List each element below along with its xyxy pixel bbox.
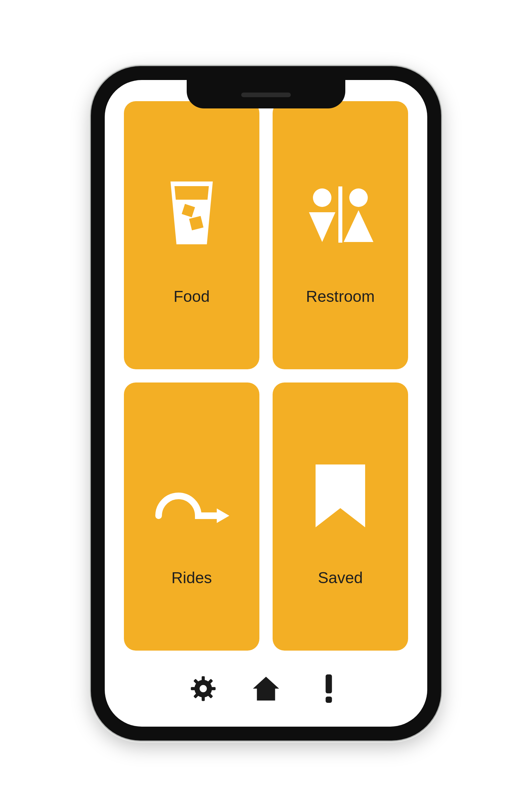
bookmark-icon — [316, 446, 365, 545]
gear-icon — [190, 676, 216, 702]
svg-marker-10 — [316, 465, 365, 527]
nav-home[interactable] — [251, 674, 281, 704]
tile-label: Rides — [171, 568, 212, 587]
svg-rect-14 — [191, 687, 196, 690]
phone-screen: Food — [105, 80, 427, 727]
phone-frame: Food — [91, 66, 441, 741]
svg-rect-15 — [210, 687, 216, 690]
tile-saved[interactable]: Saved — [272, 382, 408, 651]
svg-marker-6 — [309, 212, 336, 242]
svg-rect-4 — [338, 186, 342, 243]
svg-rect-22 — [325, 674, 332, 693]
tile-label: Food — [173, 287, 209, 305]
alert-icon — [322, 674, 336, 703]
tile-label: Restroom — [306, 287, 375, 305]
tile-restroom[interactable]: Restroom — [272, 101, 408, 369]
svg-marker-9 — [217, 508, 229, 523]
tile-label: Saved — [318, 568, 363, 587]
home-icon — [252, 674, 280, 703]
app-root: Food — [105, 80, 427, 727]
tile-food[interactable]: Food — [124, 101, 260, 369]
phone-speaker — [241, 93, 291, 97]
phone-notch — [187, 80, 345, 109]
svg-rect-13 — [202, 696, 205, 701]
bottom-nav — [105, 660, 427, 727]
drink-icon — [169, 165, 215, 264]
nav-settings[interactable] — [188, 674, 218, 704]
restroom-icon — [304, 165, 377, 264]
svg-marker-1 — [174, 186, 209, 200]
nav-alerts[interactable] — [314, 674, 344, 704]
loop-arrow-icon — [152, 446, 231, 545]
svg-point-5 — [313, 188, 331, 207]
category-grid: Food — [105, 80, 427, 660]
svg-rect-23 — [325, 696, 332, 703]
svg-point-20 — [200, 685, 207, 692]
svg-marker-8 — [344, 210, 374, 242]
svg-rect-12 — [202, 676, 205, 682]
svg-marker-21 — [253, 677, 279, 700]
svg-point-7 — [349, 188, 368, 207]
tile-rides[interactable]: Rides — [124, 382, 260, 651]
stage: Food — [0, 0, 532, 804]
